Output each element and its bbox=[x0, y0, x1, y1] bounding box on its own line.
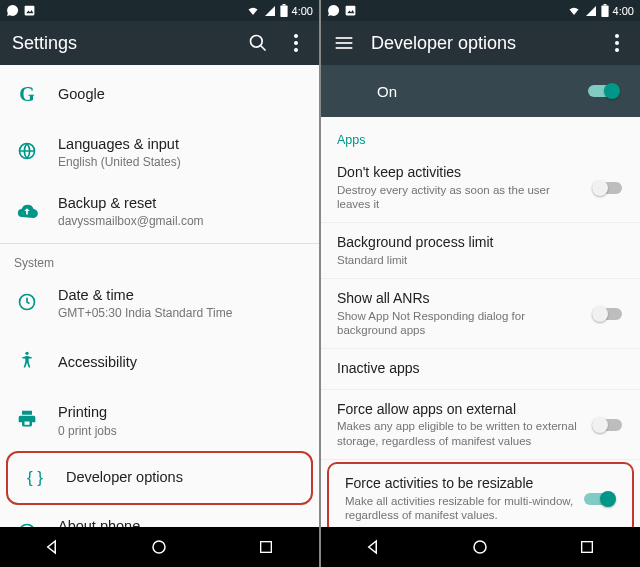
nav-bar bbox=[321, 527, 640, 567]
master-toggle-bar: On bbox=[321, 65, 640, 117]
battery-icon bbox=[601, 4, 609, 17]
back-icon[interactable] bbox=[364, 537, 384, 557]
item-sub: English (United States) bbox=[58, 155, 305, 170]
settings-item-datetime[interactable]: Date & timeGMT+05:30 India Standard Time bbox=[0, 274, 319, 333]
dev-item-force-resizable[interactable]: Force activities to be resizableMake all… bbox=[329, 464, 632, 527]
overflow-icon[interactable] bbox=[606, 32, 628, 54]
globe-icon bbox=[17, 141, 37, 165]
printer-icon bbox=[17, 409, 37, 433]
highlight-developer-options: { } Developer options bbox=[6, 451, 313, 505]
svg-rect-2 bbox=[280, 5, 287, 17]
whatsapp-icon bbox=[327, 4, 340, 17]
section-label-system: System bbox=[0, 246, 319, 274]
item-sub: Makes any app eligible to be written to … bbox=[337, 419, 582, 448]
svg-rect-0 bbox=[25, 6, 35, 16]
item-title: Show all ANRs bbox=[337, 290, 582, 308]
cloud-upload-icon bbox=[16, 202, 38, 222]
toggle[interactable] bbox=[592, 416, 626, 434]
svg-rect-21 bbox=[603, 4, 606, 5]
svg-point-25 bbox=[615, 34, 619, 38]
signal-icon bbox=[264, 5, 276, 17]
svg-rect-3 bbox=[282, 4, 285, 5]
settings-item-about-phone[interactable]: About phoneAndroid 7.0 bbox=[0, 505, 319, 528]
item-title: Developer options bbox=[66, 468, 297, 486]
whatsapp-icon bbox=[6, 4, 19, 17]
item-title: Force allow apps on external bbox=[337, 401, 582, 419]
app-title: Settings bbox=[12, 33, 231, 54]
item-sub: Show App Not Responding dialog for backg… bbox=[337, 309, 582, 338]
app-title: Developer options bbox=[371, 33, 590, 54]
section-label-apps: Apps bbox=[321, 117, 640, 153]
wifi-icon bbox=[246, 5, 260, 17]
recents-icon[interactable] bbox=[256, 537, 276, 557]
item-sub: davyssmailbox@gmail.com bbox=[58, 214, 305, 229]
status-time: 4:00 bbox=[613, 5, 634, 17]
accessibility-icon bbox=[17, 350, 37, 374]
menu-icon[interactable] bbox=[333, 32, 355, 54]
app-bar: Settings bbox=[0, 21, 319, 65]
svg-point-11 bbox=[25, 352, 28, 355]
svg-point-26 bbox=[615, 41, 619, 45]
back-icon[interactable] bbox=[43, 537, 63, 557]
divider bbox=[0, 243, 319, 244]
item-title: Background process limit bbox=[337, 234, 626, 252]
app-bar: Developer options bbox=[321, 21, 640, 65]
svg-point-28 bbox=[474, 541, 486, 553]
recents-icon[interactable] bbox=[577, 537, 597, 557]
highlight-force-resizable: Force activities to be resizableMake all… bbox=[327, 462, 634, 527]
item-title: Google bbox=[58, 85, 305, 103]
svg-point-7 bbox=[294, 41, 298, 45]
svg-point-16 bbox=[153, 541, 165, 553]
settings-item-google[interactable]: G Google bbox=[0, 65, 319, 123]
toggle[interactable] bbox=[592, 305, 626, 323]
dev-item-dont-keep-activities[interactable]: Don't keep activitiesDestroy every activ… bbox=[321, 153, 640, 223]
wifi-icon bbox=[567, 5, 581, 17]
settings-item-printing[interactable]: Printing0 print jobs bbox=[0, 391, 319, 450]
braces-icon: { } bbox=[27, 468, 43, 488]
item-title: Force activities to be resizable bbox=[345, 475, 574, 493]
svg-rect-18 bbox=[346, 6, 356, 16]
dev-item-force-external[interactable]: Force allow apps on externalMakes any ap… bbox=[321, 390, 640, 460]
item-sub: GMT+05:30 India Standard Time bbox=[58, 306, 305, 321]
item-title: About phone bbox=[58, 517, 305, 528]
dev-item-inactive-apps[interactable]: Inactive apps bbox=[321, 349, 640, 390]
svg-rect-20 bbox=[601, 5, 608, 17]
item-title: Accessibility bbox=[58, 353, 305, 371]
item-title: Backup & reset bbox=[58, 194, 305, 212]
svg-point-27 bbox=[615, 48, 619, 52]
overflow-icon[interactable] bbox=[285, 32, 307, 54]
svg-point-4 bbox=[251, 36, 263, 48]
master-toggle-label: On bbox=[377, 83, 397, 100]
settings-item-backup[interactable]: Backup & resetdavyssmailbox@gmail.com bbox=[0, 182, 319, 241]
settings-item-developer-options[interactable]: { } Developer options bbox=[8, 453, 311, 503]
settings-item-accessibility[interactable]: Accessibility bbox=[0, 333, 319, 391]
svg-rect-29 bbox=[581, 542, 592, 553]
item-title: Date & time bbox=[58, 286, 305, 304]
svg-point-6 bbox=[294, 34, 298, 38]
item-sub: Standard limit bbox=[337, 253, 626, 267]
toggle[interactable] bbox=[592, 179, 626, 197]
nav-bar bbox=[0, 527, 319, 567]
search-icon[interactable] bbox=[247, 32, 269, 54]
image-icon bbox=[344, 4, 357, 17]
status-bar: 4:00 bbox=[0, 0, 319, 21]
svg-point-8 bbox=[294, 48, 298, 52]
item-title: Printing bbox=[58, 403, 305, 421]
master-toggle[interactable] bbox=[588, 82, 622, 100]
settings-item-languages[interactable]: Languages & inputEnglish (United States) bbox=[0, 123, 319, 182]
item-title: Inactive apps bbox=[337, 360, 626, 378]
dev-item-show-anrs[interactable]: Show all ANRsShow App Not Responding dia… bbox=[321, 279, 640, 349]
home-icon[interactable] bbox=[470, 537, 490, 557]
dev-item-bg-process-limit[interactable]: Background process limitStandard limit bbox=[321, 223, 640, 279]
item-sub: 0 print jobs bbox=[58, 424, 305, 439]
battery-icon bbox=[280, 4, 288, 17]
item-sub: Make all activities resizable for multi-… bbox=[345, 494, 574, 523]
home-icon[interactable] bbox=[149, 537, 169, 557]
toggle[interactable] bbox=[584, 490, 618, 508]
status-bar: 4:00 bbox=[321, 0, 640, 21]
item-sub: Destroy every activity as soon as the us… bbox=[337, 183, 582, 212]
image-icon bbox=[23, 4, 36, 17]
svg-rect-17 bbox=[260, 542, 271, 553]
phone-left: 4:00 Settings G Google Languages & input… bbox=[0, 0, 319, 567]
item-title: Languages & input bbox=[58, 135, 305, 153]
